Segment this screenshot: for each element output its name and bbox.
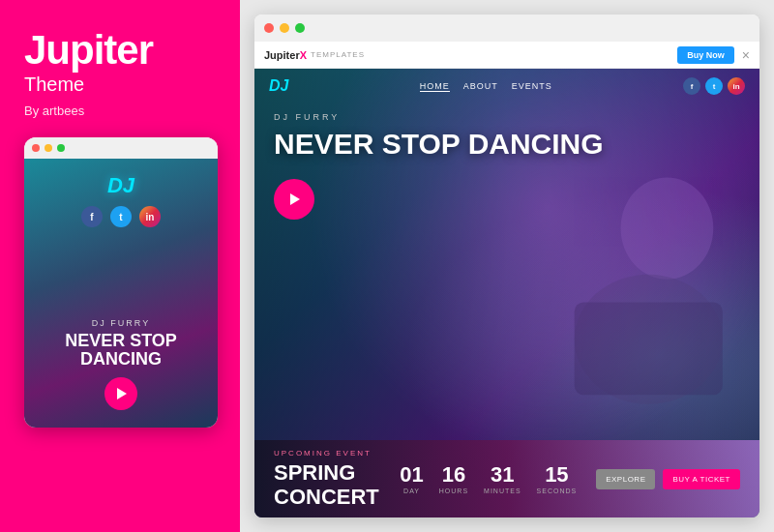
countdown-minutes: 31 MINUTES <box>484 464 521 494</box>
desktop-preview: JupiterX TEMPLATES Buy Now × <box>254 15 759 517</box>
jupiterx-bar: JupiterX TEMPLATES Buy Now × <box>254 42 759 69</box>
nav-link-home[interactable]: HOME <box>420 81 450 92</box>
website-nav: DJ HOME ABOUT EVENTS f t in <box>254 69 759 103</box>
close-button[interactable]: × <box>742 47 750 63</box>
explore-button[interactable]: EXPLORE <box>596 469 655 489</box>
desktop-dot-green <box>295 23 305 33</box>
website-twitter-icon[interactable]: t <box>705 77 723 95</box>
instagram-icon[interactable]: in <box>139 206 161 227</box>
facebook-icon[interactable]: f <box>81 206 103 227</box>
dot-red <box>32 144 40 152</box>
mobile-headline: NEVER STOP DANCING <box>34 332 208 370</box>
mobile-text-area: DJ FURRY NEVER STOP DANCING <box>24 318 218 370</box>
website-nav-logo: DJ <box>269 77 288 95</box>
countdown-hours-label: HOURS <box>439 488 468 494</box>
mobile-preview: DJ f t in DJ FURRY NEVER STOP DANCING <box>24 137 218 428</box>
hero-play-button[interactable] <box>274 179 314 220</box>
event-info: UPCOMING EVENT SPRING CONCERT <box>274 449 400 508</box>
event-buttons: EXPLORE BUY A TICKET <box>596 469 740 489</box>
countdown-day-label: DAY <box>400 488 423 494</box>
website-social-icons: f t in <box>683 77 745 95</box>
website-facebook-icon[interactable]: f <box>683 77 700 95</box>
website-instagram-icon[interactable]: in <box>728 77 745 95</box>
left-panel: Jupiter Theme By artbees DJ f t in DJ FU… <box>0 0 240 532</box>
event-countdown: 01 DAY 16 HOURS 31 MINUTES 15 SECONDS <box>400 464 577 494</box>
mobile-play-button[interactable] <box>104 377 137 410</box>
twitter-icon[interactable]: t <box>110 206 132 227</box>
buy-ticket-button[interactable]: BUY A TICKET <box>663 469 740 489</box>
play-icon <box>286 192 302 207</box>
mobile-content: DJ f t in DJ FURRY NEVER STOP DANCING <box>24 159 218 428</box>
right-panel: JupiterX TEMPLATES Buy Now × <box>240 0 774 532</box>
desktop-dot-red <box>264 23 274 33</box>
countdown-minutes-label: MINUTES <box>484 488 521 494</box>
countdown-day: 01 DAY <box>400 464 423 494</box>
dot-yellow <box>45 144 52 152</box>
countdown-day-number: 01 <box>400 464 423 486</box>
mobile-dj-logo: DJ <box>107 173 134 198</box>
desktop-dot-yellow <box>280 23 289 33</box>
nav-link-about[interactable]: ABOUT <box>463 81 498 92</box>
dot-green <box>57 144 65 152</box>
website-nav-links: HOME ABOUT EVENTS <box>420 81 552 92</box>
buy-now-button[interactable]: Buy Now <box>677 46 734 64</box>
desktop-window-bar <box>254 15 759 42</box>
theme-subtitle: Theme <box>24 74 84 96</box>
play-triangle-icon <box>117 388 127 399</box>
theme-author: By artbees <box>24 103 84 118</box>
jupiterx-tag: TEMPLATES <box>311 50 365 59</box>
theme-title: Jupiter <box>24 29 153 72</box>
countdown-minutes-number: 31 <box>484 464 521 486</box>
hero-headline: NEVER STOP DANCING <box>274 128 641 160</box>
website-wrapper: DJ HOME ABOUT EVENTS f t in DJ FURRY NEV… <box>254 69 759 517</box>
hero-dj-name: DJ FURRY <box>274 112 740 122</box>
event-label: UPCOMING EVENT <box>274 449 400 458</box>
event-title: SPRING CONCERT <box>274 461 400 508</box>
countdown-hours: 16 HOURS <box>439 464 468 494</box>
mobile-dj-name: DJ FURRY <box>34 318 208 328</box>
svg-marker-3 <box>290 193 300 205</box>
hero-content: DJ FURRY NEVER STOP DANCING <box>254 69 759 440</box>
mobile-social-icons: f t in <box>81 206 161 227</box>
countdown-seconds: 15 SECONDS <box>537 464 578 494</box>
event-banner: UPCOMING EVENT SPRING CONCERT 01 DAY 16 … <box>254 440 759 517</box>
countdown-seconds-number: 15 <box>537 464 578 486</box>
jupiterx-logo: JupiterX <box>264 49 307 61</box>
countdown-hours-number: 16 <box>439 464 468 486</box>
nav-link-events[interactable]: EVENTS <box>512 81 552 92</box>
countdown-seconds-label: SECONDS <box>537 488 578 494</box>
mobile-window-bar <box>24 137 218 159</box>
jupiterx-actions: Buy Now × <box>677 46 750 64</box>
jupiterx-logo-area: JupiterX TEMPLATES <box>264 49 365 61</box>
